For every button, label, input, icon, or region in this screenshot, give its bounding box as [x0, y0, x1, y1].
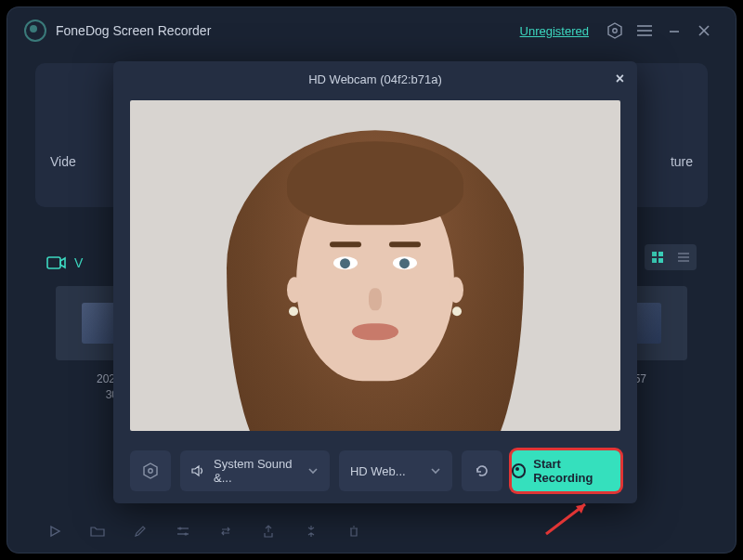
chevron-down-icon: [307, 467, 319, 475]
compress-icon[interactable]: [303, 523, 319, 540]
app-logo-icon: [24, 20, 46, 42]
folder-icon[interactable]: [89, 523, 106, 540]
modal-controls: System Sound &... HD Web... Start Record…: [130, 442, 620, 500]
svg-point-21: [149, 469, 152, 473]
minimize-icon[interactable]: [665, 21, 684, 40]
tab-label[interactable]: V: [74, 255, 83, 270]
close-icon[interactable]: ×: [616, 71, 624, 87]
camera-source-dropdown[interactable]: HD Web...: [339, 450, 452, 491]
settings-hex-icon[interactable]: [606, 21, 624, 40]
view-toggle: [645, 244, 697, 270]
record-dot-icon: [512, 463, 527, 478]
convert-icon[interactable]: [217, 523, 234, 540]
svg-rect-9: [652, 252, 657, 256]
svg-point-1: [613, 29, 617, 33]
webcam-preview: [130, 100, 620, 431]
svg-rect-8: [47, 257, 60, 268]
start-recording-button[interactable]: Start Recording: [512, 450, 620, 491]
footer-toolbar: [46, 523, 362, 540]
close-window-icon[interactable]: [695, 21, 713, 40]
start-recording-label: Start Recording: [533, 457, 620, 485]
register-link[interactable]: Unregistered: [520, 24, 589, 38]
svg-marker-0: [608, 23, 621, 38]
refresh-button[interactable]: [462, 450, 502, 491]
modal-title: HD Webcam (04f2:b71a): [308, 72, 442, 86]
grid-view-button[interactable]: [645, 244, 671, 270]
svg-marker-20: [144, 463, 157, 478]
modal-settings-button[interactable]: [130, 450, 171, 491]
sliders-icon[interactable]: [175, 523, 191, 540]
svg-rect-10: [658, 252, 663, 256]
app-title: FoneDog Screen Recorder: [56, 23, 520, 38]
svg-point-19: [184, 532, 187, 535]
sound-source-dropdown[interactable]: System Sound &...: [180, 450, 330, 491]
video-tab-icon[interactable]: [46, 255, 67, 270]
modal-header: HD Webcam (04f2:b71a) ×: [113, 61, 637, 97]
speaker-icon: [191, 464, 206, 477]
svg-rect-11: [652, 258, 657, 263]
edit-icon[interactable]: [132, 523, 149, 540]
trash-icon[interactable]: [345, 523, 362, 540]
chevron-down-icon: [430, 467, 441, 475]
list-view-button[interactable]: [671, 244, 697, 270]
svg-point-18: [178, 527, 181, 529]
play-icon[interactable]: [46, 523, 63, 540]
app-window: FoneDog Screen Recorder Unregistered Vid…: [7, 7, 736, 553]
menu-icon[interactable]: [635, 21, 654, 40]
sound-source-label: System Sound &...: [214, 457, 300, 485]
webcam-modal: HD Webcam (04f2:b71a) × S: [113, 61, 637, 503]
export-icon[interactable]: [260, 523, 277, 540]
titlebar: FoneDog Screen Recorder Unregistered: [7, 7, 736, 54]
camera-source-label: HD Web...: [350, 464, 406, 478]
svg-rect-12: [658, 258, 663, 263]
